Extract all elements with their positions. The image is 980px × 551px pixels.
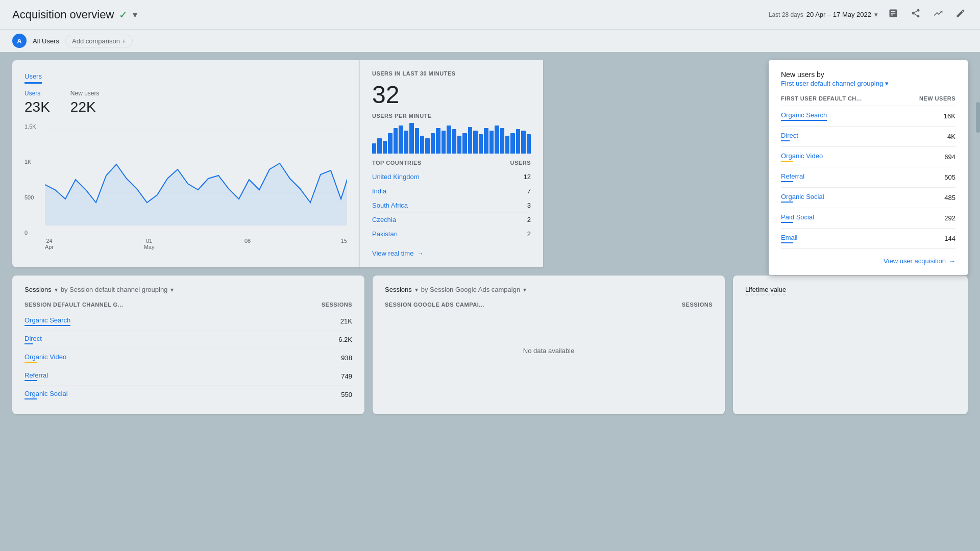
- sessions-ads-by-dropdown-icon[interactable]: ▾: [523, 286, 526, 293]
- x-label-08: 08: [244, 238, 251, 250]
- country-row-sa: South Africa 3: [372, 198, 531, 213]
- pencil-icon[interactable]: [953, 6, 968, 23]
- panel-channel-organic-video[interactable]: Organic Video: [781, 152, 823, 162]
- realtime-title: USERS IN LAST 30 MINUTES: [372, 70, 531, 77]
- country-czechia-value: 2: [527, 216, 531, 223]
- sessions-channel-organic-search[interactable]: Organic Search: [24, 316, 70, 326]
- sessions-value-direct: 6.2K: [338, 336, 352, 343]
- bar-2: [383, 141, 387, 154]
- sessions-value-organic-video: 938: [341, 354, 352, 362]
- add-comparison-button[interactable]: Add comparison +: [65, 35, 133, 47]
- sessions-ads-dropdown-icon[interactable]: ▾: [415, 286, 418, 293]
- y-axis-0: 0: [24, 230, 42, 236]
- bar-19: [473, 131, 477, 154]
- country-pakistan[interactable]: Pakistan: [372, 230, 398, 238]
- panel-channel-email[interactable]: Email: [781, 234, 798, 243]
- edit-report-icon[interactable]: [886, 6, 900, 23]
- sessions-ads-card: Sessions ▾ by Session Google Ads campaig…: [373, 276, 725, 414]
- sessions-channel-referral[interactable]: Referral: [24, 371, 48, 381]
- bar-28: [521, 131, 525, 154]
- bar-21: [484, 128, 488, 154]
- country-czechia[interactable]: Czechia: [372, 216, 396, 223]
- avatar: A: [12, 34, 27, 48]
- bar-23: [495, 126, 499, 154]
- panel-subtitle-dropdown-icon: ▾: [885, 80, 889, 87]
- date-range-selector[interactable]: Last 28 days 20 Apr – 17 May 2022 ▾: [769, 11, 878, 18]
- users-value: 23K: [24, 99, 50, 115]
- header: Acquisition overview ✓ ▾ Last 28 days 20…: [0, 0, 980, 30]
- country-uk-value: 12: [524, 173, 531, 181]
- panel-title: New users by: [781, 70, 955, 79]
- lifetime-title-wrapper: Lifetime value: [745, 286, 955, 295]
- country-sa-value: 3: [527, 202, 531, 209]
- bottom-cards-row: Sessions ▾ by Session default channel gr…: [12, 276, 968, 414]
- bar-5: [399, 126, 403, 154]
- bar-17: [462, 133, 467, 154]
- view-acquisition-link[interactable]: View user acquisition →: [781, 257, 955, 265]
- no-data-message: No data available: [385, 312, 713, 389]
- country-india[interactable]: India: [372, 187, 386, 195]
- bar-22: [489, 131, 494, 154]
- tab-users[interactable]: Users: [24, 70, 42, 84]
- sessions-ads-col2-header: SESSIONS: [682, 302, 713, 308]
- all-users-label: All Users: [33, 37, 59, 45]
- sessions-channel-organic-video[interactable]: Organic Video: [24, 353, 66, 363]
- panel-channel-paid-social[interactable]: Paid Social: [781, 213, 814, 223]
- panel-row-organic-video: Organic Video 694: [781, 147, 955, 167]
- panel-channel-direct[interactable]: Direct: [781, 132, 798, 141]
- country-south-africa[interactable]: South Africa: [372, 202, 408, 209]
- date-range-value: 20 Apr – 17 May 2022: [806, 11, 871, 18]
- header-right: Last 28 days 20 Apr – 17 May 2022 ▾: [769, 6, 968, 23]
- bar-27: [516, 129, 520, 154]
- lifetime-value-card: Lifetime value: [733, 276, 968, 414]
- sessions-channel-organic-social[interactable]: Organic Social: [24, 390, 68, 399]
- sessions-ads-card-title: Sessions ▾ by Session Google Ads campaig…: [385, 286, 713, 293]
- main-content: Users Users 23K New users 22K 1.5K 1K 50: [0, 52, 980, 422]
- bar-18: [468, 127, 472, 154]
- panel-row-paid-social: Paid Social 292: [781, 208, 955, 229]
- bar-29: [527, 134, 531, 154]
- sessions-col1-header: SESSION DEFAULT CHANNEL G...: [24, 302, 123, 308]
- bar-14: [447, 126, 451, 154]
- country-row-india: India 7: [372, 184, 531, 198]
- panel-value-organic-search: 16K: [944, 112, 955, 120]
- bar-9: [420, 136, 424, 154]
- header-dropdown-icon[interactable]: ▾: [133, 9, 137, 20]
- countries-section: TOP COUNTRIES USERS United Kingdom 12 In…: [372, 160, 531, 241]
- country-uk[interactable]: United Kingdom: [372, 173, 420, 181]
- panel-channel-organic-search[interactable]: Organic Search: [781, 111, 827, 121]
- x-label-15: 15: [341, 238, 347, 250]
- sessions-dropdown-icon[interactable]: ▾: [55, 286, 58, 293]
- bar-12: [436, 128, 440, 154]
- sessions-direct-indicator: [24, 343, 33, 344]
- bar-7: [409, 123, 413, 154]
- line-chart-svg: [45, 123, 347, 236]
- x-label-apr24: 24 Apr: [45, 238, 54, 250]
- realtime-value: 32: [372, 81, 531, 109]
- sessions-organic-video-indicator: [24, 362, 37, 363]
- sessions-row-organic-video: Organic Video 938: [24, 349, 352, 367]
- compare-icon[interactable]: [931, 6, 945, 23]
- panel-value-organic-video: 694: [944, 153, 955, 161]
- panel-value-referral: 505: [944, 173, 955, 181]
- sessions-organic-social-indicator: [24, 398, 37, 399]
- sessions-by-channel-label: by Session default channel grouping: [61, 286, 168, 293]
- share-icon[interactable]: [909, 6, 923, 23]
- country-row-uk: United Kingdom 12: [372, 170, 531, 184]
- view-realtime-link[interactable]: View real time →: [372, 249, 531, 257]
- sessions-by-channel-dropdown-icon[interactable]: ▾: [170, 286, 174, 293]
- sessions-channel-direct[interactable]: Direct: [24, 335, 42, 344]
- new-users-value: 22K: [70, 99, 100, 115]
- view-acquisition-label: View user acquisition: [884, 257, 946, 265]
- sessions-label: Sessions: [24, 286, 52, 293]
- panel-value-organic-social: 485: [944, 194, 955, 202]
- panel-channel-organic-social[interactable]: Organic Social: [781, 193, 824, 203]
- metric-new-users: New users 22K: [70, 90, 100, 115]
- bar-26: [510, 133, 514, 154]
- panel-subtitle-text: First user default channel grouping: [781, 80, 883, 87]
- organic-video-indicator: [781, 161, 793, 162]
- scrollbar[interactable]: [976, 102, 980, 133]
- panel-subtitle[interactable]: First user default channel grouping ▾: [781, 80, 955, 87]
- panel-channel-referral[interactable]: Referral: [781, 172, 804, 182]
- bar-10: [425, 138, 429, 154]
